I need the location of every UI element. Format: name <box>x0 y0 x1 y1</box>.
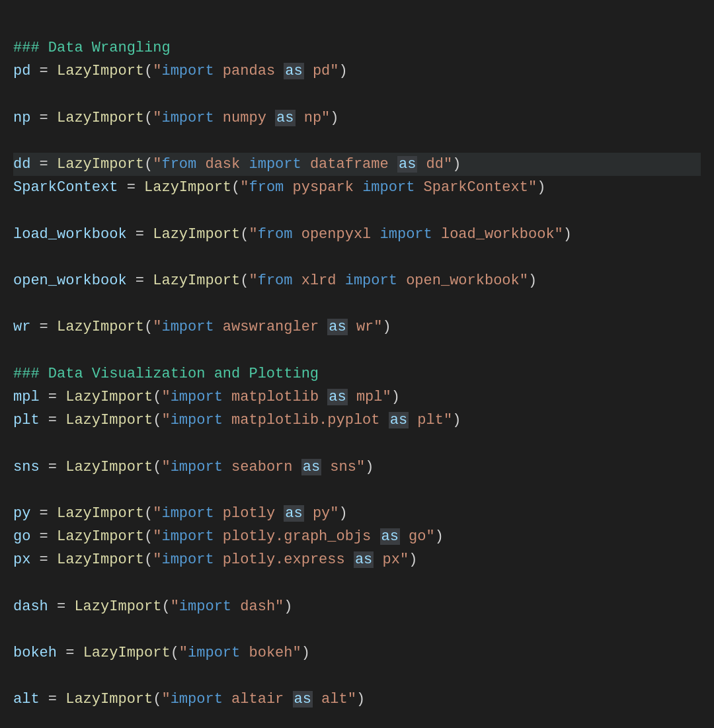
string-content: dataframe <box>301 156 397 173</box>
parenthesis: ) <box>409 551 417 568</box>
string-content: sns <box>321 459 356 475</box>
string-content: xlrd <box>293 272 345 289</box>
string-content: pandas <box>214 63 284 79</box>
keyword: import <box>179 598 231 615</box>
operator: = <box>127 226 153 243</box>
parenthesis: ( <box>144 319 153 335</box>
string-content: dask <box>196 156 249 173</box>
code-line <box>13 339 701 362</box>
function-name: LazyImport <box>57 156 144 173</box>
string-content: load_workbook <box>432 226 555 243</box>
operator: = <box>30 319 57 335</box>
code-line <box>13 711 701 728</box>
string-quote: " <box>161 459 170 475</box>
string-quote: " <box>444 156 452 173</box>
keyword-as: as <box>301 459 321 475</box>
keyword: import <box>345 272 397 289</box>
string-content: py <box>304 505 331 522</box>
parenthesis: ( <box>153 412 161 428</box>
parenthesis: ) <box>356 691 365 708</box>
variable: sns <box>13 459 40 475</box>
parenthesis: ) <box>452 412 461 428</box>
string-quote: " <box>249 272 257 289</box>
code-line <box>13 292 701 315</box>
operator: = <box>30 156 57 173</box>
string-quote: " <box>275 598 284 615</box>
keyword-as: as <box>397 156 417 173</box>
parenthesis: ( <box>153 691 161 708</box>
parenthesis: ( <box>240 272 249 289</box>
parenthesis: ) <box>537 179 545 196</box>
function-name: LazyImport <box>65 691 153 708</box>
string-quote: " <box>153 156 161 173</box>
string-quote: " <box>383 389 391 405</box>
code-line <box>13 665 701 688</box>
function-name: LazyImport <box>57 110 144 126</box>
operator: = <box>30 505 57 522</box>
operator: = <box>40 691 66 708</box>
keyword-as: as <box>327 319 347 335</box>
keyword-as: as <box>284 63 303 79</box>
code-line <box>13 572 701 595</box>
string-content: bokeh <box>240 645 292 661</box>
parenthesis: ) <box>301 645 310 661</box>
parenthesis: ) <box>452 156 461 173</box>
string-content: matplotlib <box>223 389 327 405</box>
function-name: LazyImport <box>65 412 153 428</box>
variable: wr <box>13 319 30 335</box>
string-quote: " <box>426 528 435 545</box>
code-editor: ### Data Wranglingpd = LazyImport("impor… <box>13 13 701 728</box>
function-name: LazyImport <box>83 645 171 661</box>
variable: dd <box>13 156 30 173</box>
string-quote: " <box>520 272 528 289</box>
keyword: import <box>161 319 214 335</box>
function-name: LazyImport <box>57 63 144 79</box>
keyword: import <box>171 459 223 475</box>
parenthesis: ( <box>231 179 240 196</box>
string-content: pyspark <box>284 179 362 196</box>
operator: = <box>40 389 66 405</box>
string-content: altair <box>223 691 293 708</box>
string-quote: " <box>293 645 301 661</box>
function-name: LazyImport <box>65 459 153 475</box>
string-content: px <box>374 551 400 568</box>
string-quote: " <box>161 389 170 405</box>
keyword: import <box>161 551 214 568</box>
string-quote: " <box>240 179 249 196</box>
function-name: LazyImport <box>57 528 144 545</box>
parenthesis: ( <box>153 459 161 475</box>
keyword: from <box>258 226 293 243</box>
string-content: mpl <box>348 389 383 405</box>
string-content: wr <box>348 319 374 335</box>
code-line <box>13 618 701 641</box>
parenthesis: ( <box>144 505 153 522</box>
comment-text: ### Data Visualization and Plotting <box>13 366 319 382</box>
variable: mpl <box>13 389 40 405</box>
keyword: from <box>161 156 196 173</box>
string-quote: " <box>153 505 161 522</box>
parenthesis: ) <box>339 505 348 522</box>
string-content: alt <box>313 691 348 708</box>
string-quote: " <box>249 226 257 243</box>
parenthesis: ( <box>144 110 153 126</box>
variable: px <box>13 551 30 568</box>
code-line <box>13 432 701 455</box>
parenthesis: ( <box>171 645 179 661</box>
variable: dash <box>13 598 48 615</box>
string-quote: " <box>171 598 179 615</box>
code-line <box>13 200 701 223</box>
keyword: import <box>380 226 432 243</box>
variable: np <box>13 110 30 126</box>
string-quote: " <box>356 459 365 475</box>
parenthesis: ) <box>284 598 292 615</box>
parenthesis: ( <box>161 598 170 615</box>
parenthesis: ( <box>240 226 249 243</box>
parenthesis: ( <box>144 156 153 173</box>
string-content: SparkContext <box>415 179 528 196</box>
string-quote: " <box>153 63 161 79</box>
parenthesis: ( <box>144 63 153 79</box>
code-line: load_workbook = LazyImport("from openpyx… <box>13 223 701 246</box>
string-content: pd <box>304 63 331 79</box>
operator: = <box>30 63 57 79</box>
comment-text: ### Data Wrangling <box>13 40 171 56</box>
